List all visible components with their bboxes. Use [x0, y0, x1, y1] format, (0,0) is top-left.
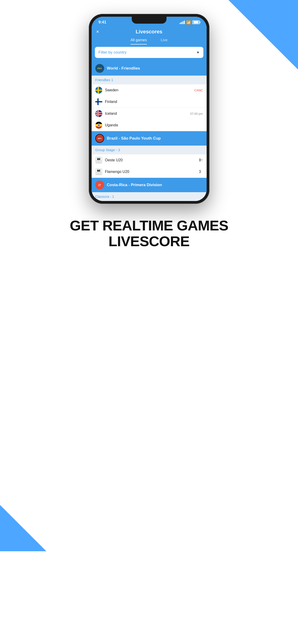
svg-point-9 [98, 124, 100, 126]
phone-notch [132, 17, 166, 24]
match-time-iceland-uganda: 07:00 pm [190, 112, 203, 116]
league-logo-spfc: SPFC [95, 134, 104, 143]
status-time: 9:41 [98, 20, 106, 24]
match-row-iceland: Iceland 07:00 pm [92, 108, 207, 120]
tab-live[interactable]: Live [161, 38, 168, 44]
match-row-finland: Finland [92, 96, 207, 108]
flag-finland [95, 98, 102, 105]
svg-rect-4 [98, 110, 98, 117]
sub-header-friendlies1: Friendlies 1 [92, 76, 207, 84]
sub-header-text-group-stage3: Group Stage - 3 [95, 148, 120, 152]
match-row-sweden: Sweden CANC [92, 84, 207, 96]
flag-uganda [95, 122, 102, 129]
phone-outer-frame: 9:41 📶 × Li [89, 14, 210, 204]
match-sweden-finland: Sweden CANC Finland [92, 84, 207, 108]
phone-mockup: 9:41 📶 × Li [89, 14, 210, 204]
sub-header-text-clausura: Clausura - 1 [95, 194, 114, 198]
img-placeholder-oeste: 📷 Image not available [95, 157, 102, 164]
bg-shape-bottom [0, 505, 46, 551]
match-status-canc: CANC [194, 88, 203, 92]
match-row-flamengo: 📷 Image not available Flamengo U20 3 [92, 166, 207, 178]
flag-iceland [95, 110, 102, 117]
match-status-ft: FT [199, 158, 203, 162]
score-flamengo: 3 [199, 170, 201, 174]
tab-all-games[interactable]: All games [130, 38, 147, 44]
league-logo-fifa: FIFA [95, 64, 104, 73]
app-header: × Livescores All games Live [92, 26, 207, 44]
team-name-sweden: Sweden [105, 88, 203, 92]
league-header-costa-rica: LigaPro Costa-Rica - Primera Division [92, 178, 207, 192]
team-name-iceland: Iceland [105, 112, 203, 116]
app-title: Livescores [136, 29, 162, 35]
signal-icon [180, 21, 185, 24]
league-header-brazil: SPFC Brazil - São Paulo Youth Cup [92, 131, 207, 146]
team-name-oeste: Oeste U20 [105, 158, 199, 162]
close-button[interactable]: × [96, 29, 99, 35]
promo-text: GET REALTIME GAMES LIVESCORE [70, 218, 228, 249]
promo-line2: LIVESCORE [70, 234, 228, 249]
team-name-uganda: Uganda [105, 123, 203, 127]
filter-row: Filter by country ▼ [92, 44, 207, 61]
league-name-world-friendlies: World - Friendlies [107, 66, 140, 71]
match-row-uganda: Uganda [92, 120, 207, 131]
league-logo-ligapro: LigaPro [95, 180, 104, 190]
team-name-finland: Finland [105, 100, 203, 104]
bg-shape-top [228, 0, 298, 70]
battery-icon [192, 20, 200, 24]
promo-line1: GET REALTIME GAMES [70, 218, 228, 234]
tab-bar: All games Live [96, 38, 202, 44]
match-row-oeste: 📷 Image not available Oeste U20 3 FT [92, 154, 207, 166]
team-name-flamengo: Flamengo U20 [105, 170, 199, 174]
match-iceland-uganda: Iceland 07:00 pm [92, 108, 207, 131]
status-icons: 📶 [180, 20, 200, 24]
match-oeste-flamengo: 📷 Image not available Oeste U20 3 FT 📷 I… [92, 154, 207, 178]
dropdown-arrow-icon: ▼ [196, 50, 200, 54]
sub-header-clausura: Clausura - 1 [92, 192, 207, 201]
sub-header-text-friendlies1: Friendlies 1 [95, 78, 114, 82]
header-row: × Livescores [96, 29, 202, 38]
league-name-costa-rica: Costa-Rica - Primera Division [107, 183, 162, 187]
league-name-brazil: Brazil - São Paulo Youth Cup [107, 136, 161, 141]
promo-section: GET REALTIME GAMES LIVESCORE [51, 204, 247, 268]
filter-dropdown[interactable]: Filter by country ▼ [95, 47, 204, 58]
phone-inner-screen: 9:41 📶 × Li [92, 17, 207, 201]
wifi-icon: 📶 [186, 20, 191, 24]
img-placeholder-flamengo: 📷 Image not available [95, 168, 102, 175]
sub-header-group-stage3: Group Stage - 3 [92, 146, 207, 154]
filter-placeholder: Filter by country [98, 50, 126, 55]
main-content: FIFA World - Friendlies Friendlies 1 Swe… [92, 61, 207, 201]
flag-sweden [95, 87, 102, 94]
league-header-world-friendlies: FIFA World - Friendlies [92, 61, 207, 76]
